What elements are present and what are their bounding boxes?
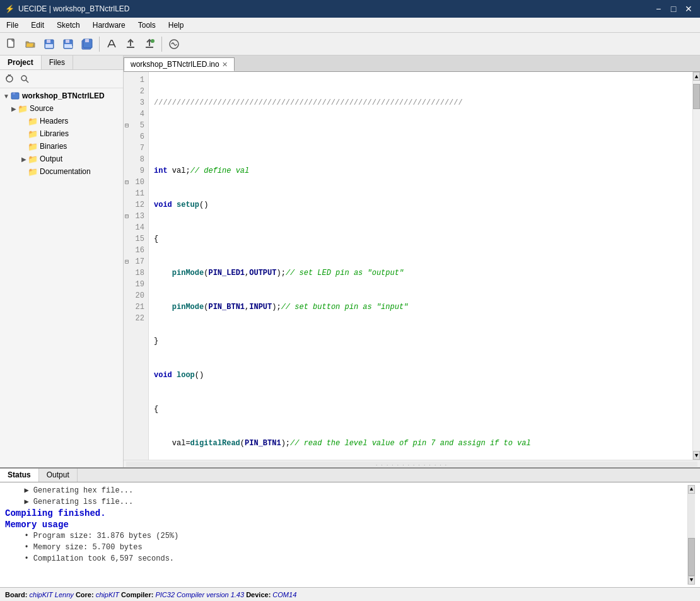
svg-point-14 (21, 76, 26, 81)
tab-output[interactable]: Output (39, 469, 78, 482)
output-line-1: ▶ Generating hex file... (5, 485, 687, 496)
upload-button[interactable] (122, 35, 139, 53)
tree-output-label: Output (40, 155, 62, 163)
tree-root-label: workshop_BTNctrlLED (22, 91, 105, 100)
tree-libraries[interactable]: 📁 Libraries (0, 127, 123, 140)
close-button[interactable]: ✕ (682, 3, 695, 15)
tab-status[interactable]: Status (0, 469, 39, 482)
folder-libraries-icon: 📁 (28, 129, 38, 139)
tree-binaries-expand (20, 143, 28, 150)
line-num-9: 9 (124, 165, 148, 177)
svg-point-11 (151, 39, 155, 43)
tree-output[interactable]: ▶ 📁 Output (0, 153, 123, 165)
tree-libraries-label: Libraries (40, 129, 69, 138)
output-compilation-time: • Compilation took 6,597 seconds. (5, 553, 687, 564)
output-memory-size: • Memory size: 5.700 bytes (5, 542, 687, 553)
line-num-7: 7 (124, 143, 148, 154)
serial-monitor-button[interactable] (165, 35, 183, 53)
status-device-value: COM14 (272, 591, 296, 598)
scroll-down-arrow[interactable]: ▼ (693, 451, 700, 460)
menu-file[interactable]: File (0, 18, 25, 32)
folder-binaries-icon: 📁 (28, 141, 38, 151)
output-compiling-finished: Compiling finished. (5, 508, 687, 519)
line-num-18: 18 (124, 267, 148, 279)
line-num-14: 14 (124, 222, 148, 233)
horizontal-scroll[interactable]: · · · · · · · · · · · · · · (124, 460, 700, 467)
menu-tools[interactable]: Tools (132, 18, 162, 32)
output-scroll-up[interactable]: ▲ (688, 485, 695, 494)
h-scroll-track[interactable]: · · · · · · · · · · · · · · (126, 462, 697, 467)
menu-hardware[interactable]: Hardware (86, 18, 132, 32)
svg-rect-16 (13, 93, 15, 95)
code-line-6: pinMode(PIN_LED1,OUTPUT);// set LED pin … (154, 267, 687, 279)
line-num-22: 22 (124, 313, 148, 324)
tree-binaries[interactable]: 📁 Binaries (0, 140, 123, 153)
tree-root-icon (10, 91, 20, 101)
code-line-8: } (154, 336, 687, 347)
folder-source-icon: 📁 (18, 103, 28, 114)
tree-root[interactable]: ▼ workshop_BTNctrlLED (0, 90, 123, 102)
menu-edit[interactable]: Edit (25, 18, 50, 32)
output-scrollbar[interactable]: ▲ ▼ (687, 485, 695, 585)
editor-tab-close[interactable]: ✕ (222, 61, 228, 69)
svg-rect-10 (85, 39, 89, 42)
save-as-button[interactable]: + (59, 35, 77, 53)
tree-docs-expand (20, 168, 28, 175)
open-button[interactable] (21, 35, 39, 53)
status-board-label: Board: (5, 591, 30, 598)
title-bar-left: ⚡ UECIDE | workshop_BTNctrlLED (5, 4, 130, 13)
app-icon: ⚡ (5, 4, 15, 13)
status-bar: Board: chipKIT Lenny Core: chipKIT Compi… (0, 587, 700, 601)
editor-tab-main[interactable]: workshop_BTNctrlLED.ino ✕ (124, 57, 235, 71)
compile-button[interactable] (103, 35, 120, 53)
save-all-button[interactable] (78, 35, 96, 53)
tab-project[interactable]: Project (0, 55, 42, 69)
status-compiler-label: Compiler: (119, 591, 155, 598)
folder-docs-icon: 📁 (28, 166, 38, 177)
window-title: UECIDE | workshop_BTNctrlLED (18, 4, 130, 13)
project-tree: ▼ workshop_BTNctrlLED ▶ 📁 Source 📁 (0, 88, 123, 467)
save-button[interactable] (40, 35, 58, 53)
bottom-panel: Status Output ▶ Generating hex file... ▶… (0, 467, 700, 587)
editor-scrollbar[interactable]: ▲ ▼ (692, 72, 700, 460)
output-program-size: • Program size: 31.876 bytes (25%) (5, 530, 687, 542)
scroll-up-arrow[interactable]: ▲ (693, 72, 700, 81)
tree-binaries-label: Binaries (40, 142, 67, 151)
sidebar-tabs: Project Files (0, 55, 123, 70)
line-num-1: 1 (124, 74, 148, 86)
line-num-10: 10 (124, 177, 148, 188)
upload-programmer-button[interactable] (141, 35, 158, 53)
minimize-button[interactable]: − (652, 3, 665, 15)
tree-output-expand[interactable]: ▶ (20, 155, 28, 163)
output-text: ▶ Generating hex file... ▶ Generating ls… (5, 485, 687, 585)
output-memory-usage: Memory usage (5, 519, 687, 530)
status-compiler-value: PIC32 Compiler version 1.43 (155, 591, 244, 598)
code-editor: 1 2 3 4 5 6 7 8 9 10 11 12 13 14 15 16 1… (124, 72, 700, 460)
tree-source-expand[interactable]: ▶ (10, 105, 18, 112)
tree-source-label: Source (30, 104, 54, 113)
tab-files[interactable]: Files (42, 55, 73, 69)
line-num-15: 15 (124, 233, 148, 245)
output-content: ▶ Generating hex file... ▶ Generating ls… (0, 482, 700, 587)
scroll-thumb[interactable] (693, 84, 700, 109)
line-num-16: 16 (124, 245, 148, 256)
maximize-button[interactable]: □ (667, 3, 680, 15)
menu-help[interactable]: Help (162, 18, 190, 32)
line-num-4: 4 (124, 108, 148, 120)
code-line-10: { (154, 404, 687, 415)
new-button[interactable] (3, 35, 20, 53)
tree-headers[interactable]: 📁 Headers (0, 115, 123, 127)
tree-source[interactable]: ▶ 📁 Source (0, 102, 123, 115)
sidebar-search-button[interactable] (18, 72, 32, 86)
scroll-track[interactable] (693, 81, 700, 451)
tree-headers-expand (20, 117, 28, 125)
tree-documentation[interactable]: 📁 Documentation (0, 165, 123, 178)
code-line-4: void setup() (154, 199, 687, 211)
folder-output-icon: 📁 (28, 154, 38, 164)
sidebar-refresh-button[interactable] (3, 72, 16, 86)
menu-sketch[interactable]: Sketch (50, 18, 86, 32)
editor-tab-bar: workshop_BTNctrlLED.ino ✕ (124, 55, 700, 72)
output-scroll-down[interactable]: ▼ (688, 576, 695, 585)
tree-root-expand[interactable]: ▼ (3, 92, 10, 100)
code-content[interactable]: ////////////////////////////////////////… (149, 72, 692, 460)
